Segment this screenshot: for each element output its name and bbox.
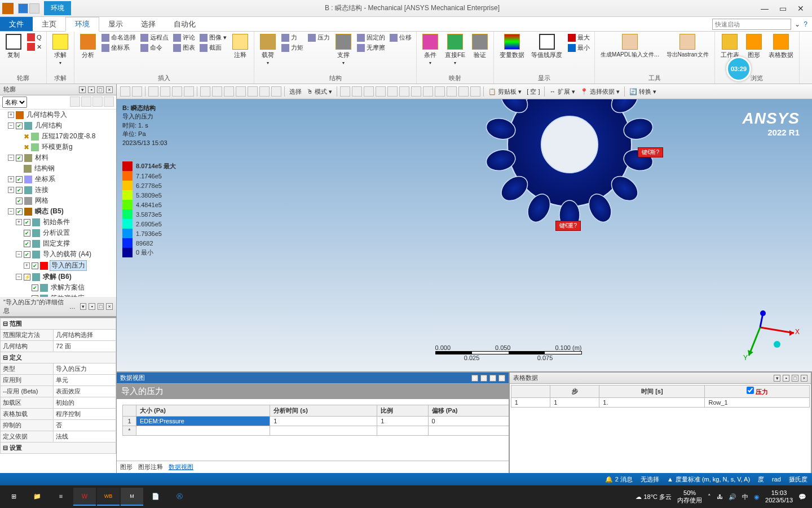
table-row[interactable]: *: [123, 426, 509, 436]
gt-empty[interactable]: [ 空 ]: [525, 87, 541, 96]
gt-extend[interactable]: ↔ 扩展 ▾: [548, 87, 576, 96]
gt-icon[interactable]: [376, 86, 386, 97]
pane-max-icon[interactable]: □: [97, 86, 104, 93]
tree-item[interactable]: +✔坐标系: [8, 174, 116, 185]
ribbon-direct-fe[interactable]: 直接FE▾: [443, 33, 467, 67]
tree-item[interactable]: ✖压辊17齿20度-8.8: [16, 131, 116, 142]
gt-icon[interactable]: [364, 86, 374, 97]
tree-item[interactable]: ✔网格: [8, 195, 116, 206]
maximize-button[interactable]: ▭: [775, 4, 791, 13]
tree-item-selected[interactable]: +✔导入的压力: [24, 260, 116, 271]
ribbon-pressure[interactable]: 压力: [307, 33, 331, 42]
detail-row[interactable]: 应用到单元: [1, 375, 116, 386]
ribbon-copy[interactable]: 复制: [3, 33, 24, 60]
tray-network-icon[interactable]: 🖧: [717, 493, 723, 500]
ribbon-graph[interactable]: 图形: [744, 33, 764, 60]
ribbon-named-selection[interactable]: 命名选择: [100, 33, 137, 42]
quick-launch-input[interactable]: [712, 19, 791, 30]
outline-tool-icon[interactable]: [104, 97, 114, 107]
graphics-viewport[interactable]: B: 瞬态结构 导入的压力 时间: 1. s 单位: Pa 2023/5/13 …: [117, 99, 812, 371]
ribbon-supports[interactable]: 支撑▾: [333, 33, 354, 67]
ribbon-loads[interactable]: 载荷▾: [258, 33, 278, 67]
outline-tool-icon[interactable]: [81, 97, 91, 107]
collapse-ribbon-icon[interactable]: ⌄: [795, 20, 800, 28]
tree-item[interactable]: −⚡求解 (B6): [16, 271, 116, 282]
tree-item[interactable]: −✔材料: [8, 152, 116, 163]
table-data-table[interactable]: 步时间 [s] 压力 111.Row_1: [511, 385, 810, 408]
pane-close-icon[interactable]: ×: [106, 303, 113, 310]
ribbon-image[interactable]: 图像▾: [198, 33, 228, 42]
detail-row[interactable]: 类型导入的压力: [1, 364, 116, 375]
pane-dropdown-icon[interactable]: ▾: [471, 375, 478, 382]
tray-notifications-icon[interactable]: 💬: [798, 493, 806, 501]
detail-row[interactable]: 表格加载程序控制: [1, 409, 116, 420]
tree-item[interactable]: −✔几何结构: [8, 120, 116, 131]
table-row[interactable]: 1EDEM:Pressure110: [123, 417, 509, 426]
pane-close-icon[interactable]: ×: [498, 375, 505, 382]
col-checkbox[interactable]: [747, 387, 754, 394]
gt-icon[interactable]: [470, 86, 480, 97]
tab-display[interactable]: 显示: [99, 17, 132, 31]
tree-item[interactable]: +几何结构导入: [8, 110, 116, 120]
ribbon-section[interactable]: 截面: [198, 43, 228, 52]
gt-mode[interactable]: 🖱 模式 ▾: [305, 87, 334, 96]
gt-icon[interactable]: [435, 86, 445, 97]
tab-home[interactable]: 主页: [33, 17, 65, 31]
detail-row[interactable]: 定义依据法线: [1, 431, 116, 443]
tree-item[interactable]: ✔固定支撑: [16, 238, 116, 249]
ribbon-analysis[interactable]: 分析: [78, 33, 98, 60]
close-button[interactable]: ✕: [793, 4, 809, 13]
ribbon-max[interactable]: 最大: [567, 33, 591, 42]
ribbon-solve[interactable]: 求解▾: [50, 33, 70, 67]
gt-icon[interactable]: [212, 86, 222, 97]
gt-icon[interactable]: [352, 86, 362, 97]
pane-max-icon[interactable]: □: [98, 303, 104, 310]
ribbon-displacement[interactable]: 位移: [389, 33, 413, 42]
taskbar-app-icon[interactable]: ≡: [50, 488, 72, 506]
taskbar-explorer-icon[interactable]: 📁: [26, 488, 48, 506]
context-tab[interactable]: 环境: [44, 1, 71, 15]
qat-dropdown-icon[interactable]: [29, 3, 39, 14]
gt-icon[interactable]: [132, 86, 142, 97]
pane-pin-icon[interactable]: ▪: [89, 303, 95, 310]
gt-icon[interactable]: [184, 86, 194, 97]
dv-tab-graph[interactable]: 图形: [120, 463, 133, 471]
gt-icon[interactable]: [236, 86, 246, 97]
pane-pin-icon[interactable]: ▪: [783, 375, 789, 382]
ribbon-comment[interactable]: 评论: [172, 33, 196, 42]
tab-automation[interactable]: 自动化: [165, 17, 205, 31]
pane-max-icon[interactable]: □: [489, 375, 496, 382]
gt-convert[interactable]: 🔄 转换 ▾: [628, 87, 658, 96]
tree-item[interactable]: +✔初始条件: [16, 217, 116, 227]
tree-item[interactable]: 结构钢: [16, 163, 116, 174]
detail-row[interactable]: 几何结构72 面: [1, 341, 116, 352]
gt-icon[interactable]: [248, 86, 258, 97]
gt-icon[interactable]: [387, 86, 398, 97]
dv-tab-dataview[interactable]: 数据视图: [169, 463, 193, 471]
tree-item[interactable]: −✔瞬态 (B5): [8, 206, 116, 217]
detail-row[interactable]: --应用 (Beta)表面效应: [1, 386, 116, 397]
gt-icon[interactable]: [148, 86, 158, 97]
ribbon-var-data[interactable]: 变量数据: [497, 33, 527, 60]
table-row[interactable]: 111.Row_1: [511, 398, 809, 408]
ribbon-coord-sys[interactable]: 坐标系: [100, 43, 137, 52]
pane-dropdown-icon[interactable]: ▾: [774, 375, 780, 382]
tree-item[interactable]: ✔分析设置: [16, 227, 116, 238]
pane-pin-icon[interactable]: ▪: [480, 375, 487, 382]
ribbon-fixed[interactable]: 固定的: [356, 33, 386, 42]
outline-tool-icon[interactable]: [92, 97, 103, 107]
tree-item[interactable]: ⚡等效弹性应: [24, 293, 116, 297]
gt-sel-basis[interactable]: 📍 选择依据 ▾: [579, 87, 621, 96]
gt-icon[interactable]: [423, 86, 433, 97]
gt-icon[interactable]: [399, 86, 409, 97]
gt-icon[interactable]: [411, 86, 421, 97]
ribbon-frictionless[interactable]: 无摩擦: [356, 43, 386, 52]
tab-select[interactable]: 选择: [132, 17, 165, 31]
ribbon-nastran[interactable]: 导出Nastran文件: [664, 33, 711, 60]
taskbar-app-icon[interactable]: Ⓚ: [168, 488, 191, 506]
ribbon-table-data[interactable]: 表格数据: [766, 33, 796, 60]
gt-icon[interactable]: [340, 86, 350, 97]
triad-icon[interactable]: X Y: [738, 310, 800, 361]
taskbar-mechanical-icon[interactable]: M: [121, 488, 143, 506]
data-view-table[interactable]: 大小 (Pa)分析时间 (s)比例偏移 (Pa) 1EDEM:Pressure1…: [122, 405, 509, 436]
